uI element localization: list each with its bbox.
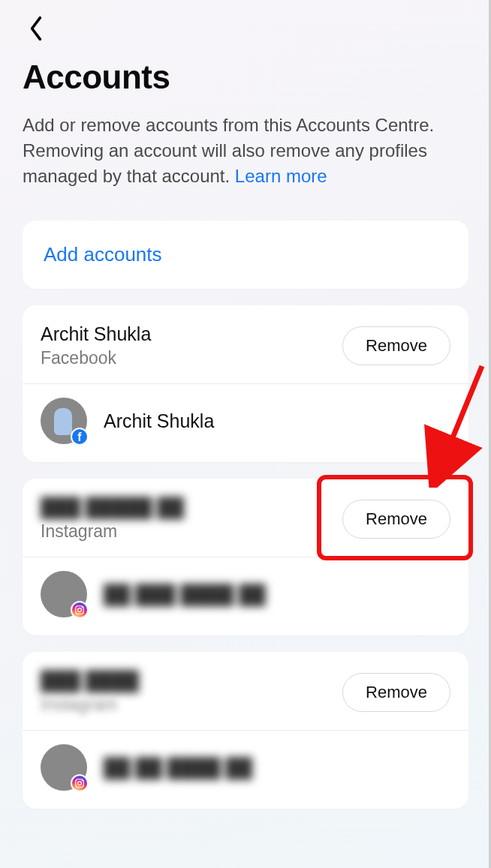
- profile-row[interactable]: Archit Shukla: [23, 384, 468, 462]
- account-header: Archit Shukla Facebook Remove: [23, 305, 468, 383]
- account-header: ███ █████ ██ Instagram Remove: [23, 479, 468, 557]
- account-card: ███ ████ Instagram Remove ██ ██ ████ ██: [23, 652, 468, 809]
- account-platform: Instagram: [41, 521, 184, 542]
- profile-name: ██ ██ ████ ██: [104, 757, 252, 779]
- avatar: [41, 571, 87, 617]
- account-card: Archit Shukla Facebook Remove Archit Shu…: [23, 305, 468, 462]
- account-name: Archit Shukla: [41, 323, 151, 345]
- add-accounts-button[interactable]: Add accounts: [23, 221, 468, 289]
- svg-point-4: [78, 782, 82, 785]
- add-accounts-card: Add accounts: [23, 221, 468, 289]
- description-text: Add or remove accounts from this Account…: [23, 115, 434, 186]
- profile-row[interactable]: ██ ██ ████ ██: [23, 731, 468, 809]
- profile-name: ██ ███ ████ ██: [104, 584, 266, 605]
- account-info: ███ ████ Instagram: [41, 670, 139, 715]
- learn-more-link[interactable]: Learn more: [235, 166, 327, 186]
- account-platform: Instagram: [41, 695, 139, 715]
- profile-row[interactable]: ██ ███ ████ ██: [23, 557, 468, 635]
- account-card: ███ █████ ██ Instagram Remove ██ ███ ███…: [23, 479, 468, 635]
- page-title: Accounts: [23, 59, 491, 96]
- instagram-badge-icon: [71, 601, 89, 619]
- chevron-left-icon: [28, 15, 44, 42]
- remove-button[interactable]: Remove: [342, 500, 450, 539]
- avatar: [41, 744, 87, 791]
- account-info: ███ █████ ██ Instagram: [41, 497, 184, 542]
- svg-point-1: [78, 608, 82, 612]
- svg-point-5: [81, 780, 83, 782]
- account-info: Archit Shukla Facebook: [41, 323, 151, 368]
- page-description: Add or remove accounts from this Account…: [23, 113, 468, 189]
- account-header: ███ ████ Instagram Remove: [23, 652, 468, 730]
- remove-button[interactable]: Remove: [342, 326, 450, 365]
- svg-point-2: [81, 607, 83, 608]
- facebook-badge-icon: [71, 428, 89, 446]
- avatar: [41, 398, 87, 444]
- account-name: ███ ████: [41, 670, 139, 692]
- account-platform: Facebook: [41, 348, 151, 368]
- remove-button[interactable]: Remove: [342, 673, 450, 712]
- instagram-badge-icon: [71, 774, 89, 792]
- profile-name: Archit Shukla: [104, 410, 214, 432]
- account-name: ███ █████ ██: [41, 497, 184, 518]
- back-button[interactable]: [21, 14, 51, 44]
